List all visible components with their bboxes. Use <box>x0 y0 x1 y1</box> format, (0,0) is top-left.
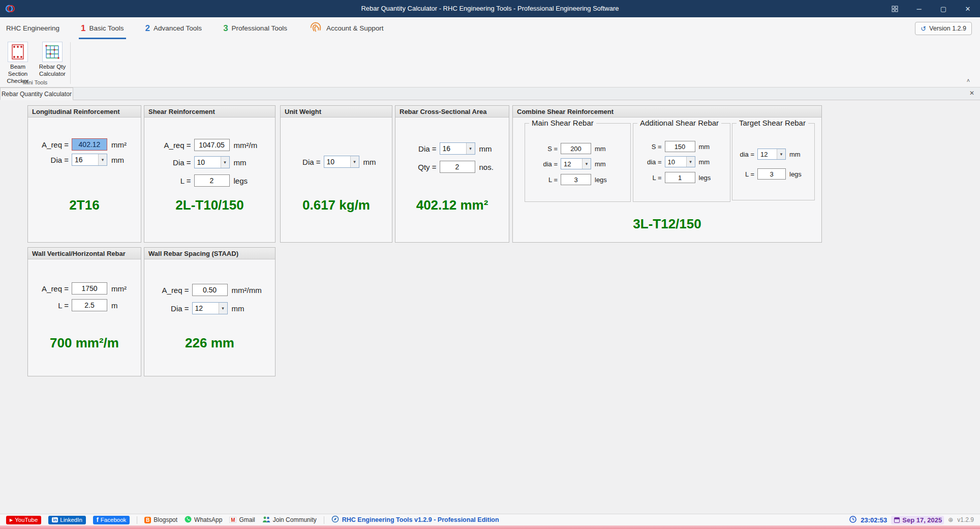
areq-row: A_req = mm²/m <box>144 138 275 152</box>
chevron-down-icon: ▾ <box>686 157 695 167</box>
panel-longitudinal-reinforcement: Longitudinal Reinforcement A_req = mm² D… <box>27 105 141 243</box>
length-label: L = <box>35 301 69 310</box>
wall-spacing-areq-input[interactable] <box>192 284 228 296</box>
tab-close-button[interactable]: ✕ <box>968 90 976 97</box>
maximize-button[interactable]: ▢ <box>931 0 956 17</box>
dia-unit: mm <box>479 144 502 153</box>
version-label: Version 1.2.9 <box>929 25 966 32</box>
apps-grid-button[interactable] <box>882 0 907 17</box>
s-label: S = <box>540 145 558 153</box>
tab-rhc-engineering[interactable]: RHC Engineering <box>6 17 59 39</box>
whatsapp-icon <box>185 516 192 524</box>
chevron-down-icon: ▾ <box>350 156 359 167</box>
chevron-down-icon: ▾ <box>98 154 107 165</box>
app-brand: RHC Engineering Tools v1.2.9 - Professio… <box>331 515 499 524</box>
longitudinal-areq-input[interactable] <box>72 138 107 151</box>
areq-label: A_req = <box>158 141 191 150</box>
linkedin-link[interactable]: in LinkedIn <box>48 516 85 524</box>
tab-professional-tools[interactable]: 3 Professional Tools <box>223 17 287 39</box>
shear-legs-input[interactable] <box>194 174 230 187</box>
ribbon-group-separator <box>70 42 71 84</box>
tool-rebar-qty-calculator[interactable]: Rebar Qty Calculator <box>36 42 69 77</box>
doc-tab-rebar-quantity-calculator[interactable]: Rebar Quantity Calculator <box>0 87 73 100</box>
main-shear-s-input[interactable] <box>561 143 591 154</box>
length-row: L = m <box>28 299 141 312</box>
ribbon-tab-bar: RHC Engineering 1 Basic Tools 2 Advanced… <box>0 17 980 39</box>
dia-label: Dia = <box>156 304 189 313</box>
link-label: Gmail <box>239 516 255 523</box>
group-main-shear-rebar: Main Shear Rebar S = mm dia = 12 ▾ mm L … <box>525 123 631 202</box>
link-label: LinkedIn <box>60 517 82 523</box>
shear-dia-combo[interactable]: 10 ▾ <box>194 156 230 168</box>
dia-label: Dia = <box>158 158 191 167</box>
history-icon: ↺ <box>921 25 926 33</box>
areq-row: A_req = mm² <box>28 138 141 151</box>
globe-icon: ⊕ <box>948 516 953 523</box>
legs-unit: legs <box>234 177 262 185</box>
separator <box>324 516 324 524</box>
legs-row: L = legs <box>525 173 630 186</box>
longitudinal-dia-combo[interactable]: 16 ▾ <box>72 154 107 166</box>
tab-basic-tools[interactable]: 1 Basic Tools <box>81 17 124 39</box>
dia-row: dia = 12 ▾ mm <box>525 158 630 170</box>
legs-label: L = <box>158 177 191 185</box>
tab-advanced-tools[interactable]: 2 Advanced Tools <box>145 17 202 39</box>
ribbon-body: Beam Section Checker Rebar Qty Calculato… <box>0 39 980 87</box>
version-button[interactable]: ↺ Version 1.2.9 <box>915 22 972 35</box>
cross-area-dia-combo[interactable]: 16 ▾ <box>440 142 475 155</box>
wall-rebar-length-input[interactable] <box>72 299 107 311</box>
dia-label: Dia = <box>403 144 437 153</box>
tab-label: Professional Tools <box>232 24 287 32</box>
group-title: Target Shear Rebar <box>737 119 808 127</box>
panel-title: Rebar Cross-Sectional Area <box>395 106 509 117</box>
main-shear-dia-combo[interactable]: 12 ▾ <box>561 158 591 169</box>
panel-title: Longitudinal Reinforcement <box>28 106 141 117</box>
additional-shear-s-input[interactable] <box>665 141 695 152</box>
group-title: Additional Shear Rebar <box>637 119 721 127</box>
join-community-link[interactable]: Join Community <box>262 516 317 524</box>
result-value: 700 mm²/m <box>28 335 141 351</box>
additional-shear-legs-input[interactable] <box>665 172 695 183</box>
qty-row: Qty = nos. <box>395 160 509 173</box>
chevron-down-icon: ▾ <box>219 303 227 314</box>
minimize-button[interactable]: ─ <box>907 0 931 17</box>
beam-section-icon <box>8 42 28 62</box>
tab-account-support[interactable]: Account & Support <box>309 17 384 39</box>
wall-rebar-areq-input[interactable] <box>72 282 107 295</box>
status-bar: ▶ YouTube in LinkedIn f Facebook B Blogs… <box>0 514 980 525</box>
additional-shear-dia-combo[interactable]: 10 ▾ <box>665 156 695 167</box>
unit-weight-dia-combo[interactable]: 10 ▾ <box>324 156 359 168</box>
app-window: Rebar Quantity Calculator - RHC Engineer… <box>0 0 980 529</box>
collapse-ribbon-button[interactable]: ˄ <box>964 77 973 85</box>
bottom-edge-strip <box>0 525 980 529</box>
target-shear-dia-combo[interactable]: 12 ▾ <box>757 149 786 160</box>
status-time: 23:02:53 <box>861 516 887 524</box>
cross-area-qty-input[interactable] <box>440 161 475 173</box>
tab-label: Advanced Tools <box>154 24 202 32</box>
whatsapp-link[interactable]: WhatsApp <box>185 516 222 524</box>
legs-row: L = legs <box>633 171 730 184</box>
dia-label: dia = <box>540 160 558 168</box>
group-additional-shear-rebar: Additional Shear Rebar S = mm dia = 10 ▾… <box>633 123 730 202</box>
blogspot-link[interactable]: B Blogspot <box>144 516 177 523</box>
youtube-link[interactable]: ▶ YouTube <box>6 516 41 524</box>
shear-areq-input[interactable] <box>194 139 230 151</box>
target-shear-legs-input[interactable] <box>757 168 786 180</box>
link-label: Blogspot <box>154 516 177 523</box>
wall-spacing-dia-combo[interactable]: 12 ▾ <box>192 302 228 314</box>
facebook-link[interactable]: f Facebook <box>93 516 130 524</box>
main-shear-legs-input[interactable] <box>561 174 591 185</box>
tab-label: RHC Engineering <box>6 24 59 32</box>
legs-label: L = <box>540 176 558 184</box>
gmail-icon: M <box>229 517 236 523</box>
linkedin-icon: in <box>52 517 58 522</box>
panel-wall-vertical-horizontal-rebar: Wall Vertical/Horizontal Rebar A_req = m… <box>27 247 141 376</box>
areq-label: A_req = <box>35 140 69 149</box>
chevron-down-icon: ▾ <box>777 149 785 159</box>
tool-beam-section-checker[interactable]: Beam Section Checker <box>1 42 35 84</box>
close-button[interactable]: ✕ <box>956 0 980 17</box>
facebook-icon: f <box>97 516 99 523</box>
gmail-link[interactable]: M Gmail <box>229 516 255 523</box>
chevron-down-icon: ▾ <box>466 143 475 154</box>
dia-row: dia = 12 ▾ mm <box>732 148 814 160</box>
